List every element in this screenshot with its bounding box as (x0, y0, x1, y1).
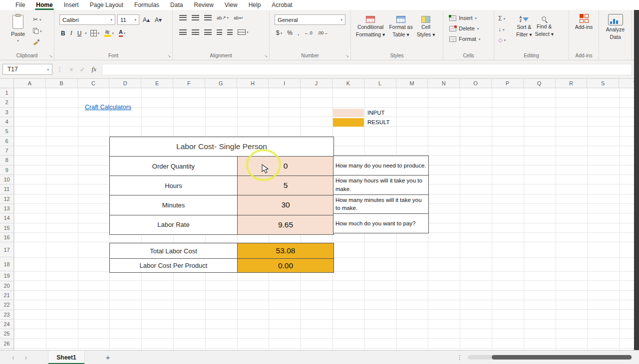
cell-minutes-label[interactable]: Minutes (110, 195, 238, 214)
row-header-13[interactable]: 13 (0, 204, 13, 213)
cell-order-quantity-label[interactable]: Order Quantity (110, 157, 238, 176)
add-sheet-button[interactable]: + (106, 353, 110, 362)
menu-formulas[interactable]: Formulas (129, 0, 165, 10)
desc-order-quantity[interactable]: How many do you need to produce. (333, 156, 428, 175)
cancel-entry-button[interactable]: × (69, 66, 73, 73)
col-header-a[interactable]: A (14, 79, 46, 88)
row-header-12[interactable]: 12 (0, 194, 13, 204)
menu-page-layout[interactable]: Page Layout (84, 0, 129, 10)
decrease-font-size-button[interactable]: A▾ (153, 16, 163, 24)
col-header-e[interactable]: E (141, 79, 173, 88)
cell-total-labor-cost-value[interactable]: 53.08 (238, 243, 333, 258)
cell-total-labor-cost-label[interactable]: Total Labor Cost (110, 243, 238, 258)
align-bottom-button[interactable] (203, 14, 213, 21)
sheet-tab-sheet1[interactable]: Sheet1 (48, 351, 84, 364)
row-header-19[interactable]: 19 (0, 271, 13, 281)
cell-order-quantity-value[interactable]: 0 (238, 157, 333, 176)
menu-file[interactable]: File (10, 0, 30, 10)
col-header-m[interactable]: M (396, 79, 428, 88)
col-header-t[interactable]: T (619, 79, 634, 88)
row-header-11[interactable]: 11 (0, 184, 13, 194)
col-header-i[interactable]: I (269, 79, 301, 88)
format-cells-button[interactable]: Format▾ (449, 36, 480, 42)
comma-style-button[interactable]: , (296, 29, 301, 37)
insert-cells-button[interactable]: Insert▾ (449, 15, 480, 21)
italic-button[interactable]: I (69, 29, 74, 37)
desc-labor-rate[interactable]: How much do you want to pay? (333, 213, 428, 232)
font-color-button[interactable]: A▾ (117, 29, 127, 37)
align-left-button[interactable] (178, 29, 188, 35)
col-header-n[interactable]: N (428, 79, 460, 88)
cell-labor-cost-per-product-label[interactable]: Labor Cost Per Product (110, 259, 238, 272)
row-header-22[interactable]: 22 (0, 300, 13, 310)
row-header-23[interactable]: 23 (0, 310, 13, 320)
row-header-20[interactable]: 20 (0, 281, 13, 291)
align-right-button[interactable] (203, 29, 213, 35)
row-header-14[interactable]: 14 (0, 213, 13, 223)
row-header-1[interactable]: 1 (0, 88, 13, 98)
col-header-r[interactable]: R (556, 79, 588, 88)
cell-hours-value[interactable]: 5 (238, 176, 333, 195)
addins-button[interactable]: Add-ins (569, 10, 599, 30)
dialog-launcher-icon[interactable]: ↘ (49, 54, 52, 58)
wrap-text-button[interactable]: ab↩ (232, 14, 245, 21)
row-header-10[interactable]: 10 (0, 175, 13, 184)
insert-function-button[interactable]: fx (92, 65, 97, 73)
percent-style-button[interactable]: % (286, 29, 294, 37)
underline-button[interactable]: U (76, 29, 83, 37)
menu-insert[interactable]: Insert (58, 0, 84, 10)
menu-data[interactable]: Data (165, 0, 188, 10)
row-header-6[interactable]: 6 (0, 137, 13, 146)
row-header-26[interactable]: 26 (0, 339, 13, 349)
dialog-launcher-icon[interactable]: ↘ (167, 54, 171, 58)
row-header-21[interactable]: 21 (0, 291, 13, 300)
menu-review[interactable]: Review (188, 0, 219, 10)
table-title[interactable]: Labor Cost- Single Person (110, 137, 333, 156)
name-box[interactable]: T17 ▾ (2, 64, 52, 75)
font-name-select[interactable]: Calibri ▾ (59, 14, 115, 25)
bold-button[interactable]: B (59, 29, 67, 37)
prev-sheet-icon[interactable]: ‹ (12, 354, 14, 362)
find-select-button[interactable]: Find & Select ▾ (535, 16, 554, 38)
cell-labor-rate-value[interactable]: 9.65 (238, 215, 333, 234)
vertical-scrollbar[interactable] (634, 10, 639, 350)
col-header-b[interactable]: B (46, 79, 78, 88)
row-header-15[interactable]: 15 (0, 223, 13, 233)
col-header-q[interactable]: Q (524, 79, 556, 88)
cell-hours-label[interactable]: Hours (110, 176, 238, 195)
fill-color-button[interactable]: ▾ (103, 29, 115, 37)
row-header-25[interactable]: 25 (0, 329, 13, 339)
format-as-table-button[interactable]: Format as Table ▾ (389, 16, 412, 38)
col-header-j[interactable]: J (301, 79, 332, 88)
borders-button[interactable]: ▾ (89, 29, 101, 37)
dialog-launcher-icon[interactable]: ↘ (345, 54, 349, 58)
align-top-button[interactable] (178, 14, 188, 21)
menu-help[interactable]: Help (243, 0, 267, 10)
increase-font-size-button[interactable]: A▴ (141, 16, 151, 24)
sort-filter-button[interactable]: AZ Sort & Filter ▾ (516, 16, 532, 38)
col-header-d[interactable]: D (109, 79, 141, 88)
menu-home[interactable]: Home (30, 0, 58, 10)
accounting-format-button[interactable]: $▾ (275, 29, 284, 37)
orientation-button[interactable]: ab↗▾ (215, 14, 230, 21)
analyze-data-button[interactable]: Analyze Data (599, 10, 632, 40)
row-header-4[interactable]: 4 (0, 117, 13, 127)
formula-input[interactable] (102, 64, 632, 75)
row-header-7[interactable]: 7 (0, 146, 13, 156)
col-header-o[interactable]: O (460, 79, 492, 88)
row-header-17[interactable]: 17 (0, 242, 13, 257)
align-middle-button[interactable] (190, 14, 201, 21)
cell-labor-cost-per-product-value[interactable]: 0.00 (238, 259, 333, 272)
increase-indent-button[interactable] (226, 29, 234, 35)
font-size-select[interactable]: 11 ▾ (117, 14, 139, 25)
row-header-2[interactable]: 2 (0, 98, 13, 107)
cell-labor-rate-label[interactable]: Labor Rate (110, 215, 238, 234)
cell-styles-button[interactable]: Cell Styles ▾ (417, 16, 435, 38)
clear-button[interactable]: ◇▾ (498, 37, 506, 43)
row-header-18[interactable]: 18 (0, 257, 13, 271)
menu-acrobat[interactable]: Acrobat (266, 0, 298, 10)
decrease-indent-button[interactable] (215, 29, 224, 35)
delete-cells-button[interactable]: Delete▾ (449, 25, 480, 31)
confirm-entry-button[interactable]: ✓ (80, 66, 85, 73)
horizontal-scrollbar-thumb[interactable] (492, 355, 632, 360)
